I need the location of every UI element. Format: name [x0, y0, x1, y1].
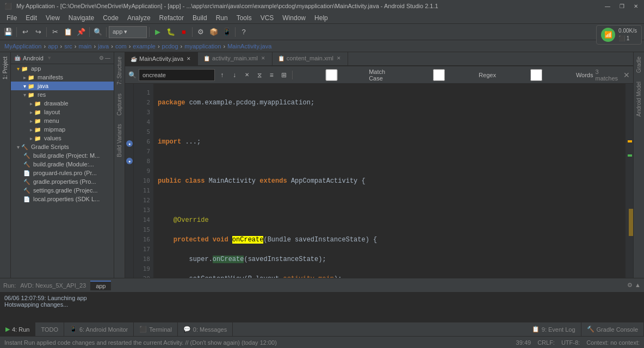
- words-option[interactable]: Words: [498, 69, 593, 81]
- toolbar-settings[interactable]: ⚙: [195, 26, 207, 38]
- tab-close-activity-main[interactable]: ✕: [260, 55, 267, 61]
- navpath-src[interactable]: src: [64, 43, 72, 49]
- navpath-java[interactable]: java: [98, 43, 109, 49]
- bottom-tab-todo[interactable]: TODO: [35, 322, 64, 337]
- tree-item-java[interactable]: ▾ 📁 java: [11, 82, 114, 90]
- menu-code[interactable]: Code: [98, 13, 123, 23]
- menu-edit[interactable]: Edit: [21, 13, 41, 23]
- find-prev-button[interactable]: ↑: [217, 70, 227, 80]
- find-options-1[interactable]: ⧖: [254, 70, 264, 80]
- menu-view[interactable]: View: [41, 13, 64, 23]
- bottom-tab-messages[interactable]: 💬 0: Messages: [178, 322, 233, 337]
- minimize-button[interactable]: —: [604, 2, 611, 10]
- menu-file[interactable]: File: [2, 13, 21, 23]
- toolbar-avd[interactable]: 📱: [221, 26, 233, 38]
- bottom-tab-android-monitor[interactable]: 📱 6: Android Monitor: [64, 322, 134, 337]
- bottom-tab-terminal[interactable]: ⬛ Terminal: [134, 322, 178, 337]
- maximize-button[interactable]: ❐: [618, 2, 626, 10]
- navpath-app[interactable]: app: [48, 43, 58, 49]
- menu-run[interactable]: Run: [212, 13, 232, 23]
- toolbar-run[interactable]: ▶: [152, 26, 164, 38]
- toolbar-undo[interactable]: ↩: [19, 26, 31, 38]
- tab-activity-main-xml[interactable]: 📋 activity_main.xml ✕: [198, 52, 273, 65]
- sidebar-item-project[interactable]: 1: Project: [1, 52, 10, 84]
- close-button[interactable]: ✕: [632, 2, 640, 10]
- sidebar-item-android-model[interactable]: Android Model: [635, 77, 643, 121]
- tree-item-values[interactable]: ▸ 📁 values: [11, 134, 114, 142]
- toolbar-search[interactable]: 🔍: [92, 26, 104, 38]
- regex-checkbox[interactable]: [401, 69, 477, 81]
- tree-item-res[interactable]: ▾ 📁 res: [11, 90, 114, 99]
- find-options-2[interactable]: ≡: [267, 70, 277, 80]
- encoding[interactable]: UTF-8:: [561, 339, 580, 346]
- tree-item-gradle-properties[interactable]: 🔨 gradle.properties (Pro...: [11, 177, 114, 186]
- bottom-tab-event-log[interactable]: 📋 9: Event Log: [527, 322, 581, 337]
- tab-close-content-main[interactable]: ✕: [336, 55, 342, 61]
- navpath-myapp[interactable]: MyApplication: [4, 43, 41, 49]
- run-collapse-icon[interactable]: ▲: [635, 282, 641, 289]
- toolbar-cut[interactable]: ✂: [49, 26, 61, 38]
- tab-mainactivity[interactable]: ☕ MainActivity.java ✕: [125, 52, 198, 65]
- toolbar-help[interactable]: ?: [238, 26, 250, 38]
- regex-option[interactable]: Regex: [401, 69, 496, 81]
- menu-window[interactable]: Window: [278, 13, 310, 23]
- words-checkbox[interactable]: [498, 69, 574, 81]
- match-case-option[interactable]: Match Case: [296, 69, 399, 82]
- tree-item-gradle-scripts[interactable]: ▾ 🔨 Gradle Scripts: [11, 142, 114, 151]
- breakpoint-icon[interactable]: ●: [126, 140, 133, 147]
- menu-refactor[interactable]: Refactor: [155, 13, 188, 23]
- sidebar-item-gradle[interactable]: Gradle: [635, 52, 643, 77]
- toolbar-stop[interactable]: ■: [178, 26, 190, 38]
- toolbar-save[interactable]: 💾: [2, 26, 14, 38]
- tree-item-layout[interactable]: ▸ 📁 layout: [11, 108, 114, 116]
- tree-item-proguard[interactable]: 📄 proguard-rules.pro (Pr...: [11, 169, 114, 177]
- toolbar-copy[interactable]: 📋: [62, 26, 74, 38]
- cursor-position[interactable]: 39:49: [516, 339, 531, 346]
- menu-tools[interactable]: Tools: [232, 13, 256, 23]
- toolbar-target-dropdown[interactable]: app ▾: [109, 26, 147, 38]
- sidebar-item-captures[interactable]: Captures: [115, 89, 123, 120]
- toolbar-paste[interactable]: 📌: [75, 26, 87, 38]
- run-settings-icon[interactable]: ⚙: [627, 282, 633, 289]
- match-case-checkbox[interactable]: [296, 69, 367, 81]
- tree-item-mipmap[interactable]: ▸ 📁 mipmap: [11, 125, 114, 134]
- navpath-com[interactable]: com: [115, 43, 127, 49]
- panel-collapse-icon[interactable]: —: [105, 55, 110, 61]
- toolbar-sdk[interactable]: 📦: [208, 26, 220, 38]
- tree-item-build-gradle-module[interactable]: 🔨 build.gradle (Module:...: [11, 160, 114, 169]
- tab-close-mainactivity[interactable]: ✕: [185, 55, 192, 62]
- tree-item-app[interactable]: ▾ 📁 app: [11, 64, 114, 73]
- tree-item-menu[interactable]: ▸ 📁 menu: [11, 116, 114, 125]
- search-input[interactable]: [139, 69, 215, 81]
- navpath-example[interactable]: example: [133, 43, 156, 49]
- sidebar-item-structure[interactable]: 7: Structure: [115, 52, 123, 89]
- toolbar-redo[interactable]: ↪: [32, 26, 44, 38]
- tree-item-manifests[interactable]: ▸ 📁 manifests: [11, 73, 114, 82]
- tree-item-settings-gradle[interactable]: 🔨 settings.gradle (Projec...: [11, 186, 114, 195]
- menu-build[interactable]: Build: [188, 13, 212, 23]
- find-next-button[interactable]: ↓: [230, 70, 240, 80]
- navpath-mainactivity[interactable]: MainActivity.java: [227, 43, 271, 49]
- menu-navigate[interactable]: Navigate: [64, 13, 98, 23]
- tree-item-build-gradle-project[interactable]: 🔨 build.gradle (Project: M...: [11, 151, 114, 160]
- navpath-main[interactable]: main: [79, 43, 92, 49]
- menu-vcs[interactable]: VCS: [256, 13, 278, 23]
- toolbar-debug[interactable]: 🐛: [165, 26, 177, 38]
- bottom-tab-run[interactable]: ▶ 4: Run: [0, 322, 35, 337]
- panel-settings-icon[interactable]: ⚙: [99, 55, 104, 61]
- findbar-close-button[interactable]: ✕: [623, 71, 630, 79]
- code-editor[interactable]: package com.example.pcdog.myapplication;…: [153, 84, 626, 278]
- line-endings[interactable]: CRLF:: [537, 339, 555, 346]
- tab-content-main-xml[interactable]: 📋 content_main.xml ✕: [273, 52, 348, 65]
- menu-analyze[interactable]: Analyze: [123, 13, 155, 23]
- find-options-3[interactable]: ⊞: [279, 70, 289, 80]
- run-app-tab[interactable]: app: [90, 281, 111, 290]
- navpath-myapplication[interactable]: myapplication: [184, 43, 221, 49]
- tree-item-local-properties[interactable]: 📄 local.properties (SDK L...: [11, 195, 114, 203]
- sidebar-item-build-variants[interactable]: Build Variants: [115, 120, 123, 161]
- breakpoint-icon-2[interactable]: ●: [126, 158, 133, 164]
- navpath-pcdog[interactable]: pcdog: [162, 43, 178, 49]
- bottom-tab-gradle-console[interactable]: 🔨 Gradle Console: [581, 322, 644, 337]
- menu-help[interactable]: Help: [310, 13, 332, 23]
- tree-item-drawable[interactable]: ▸ 📁 drawable: [11, 99, 114, 108]
